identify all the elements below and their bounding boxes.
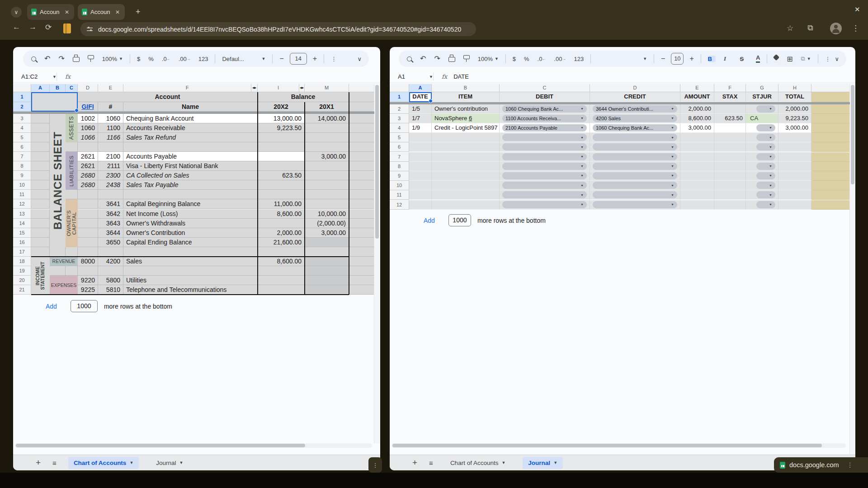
credit-dropdown[interactable]: ▼: [593, 182, 677, 189]
fill-handle[interactable]: [429, 99, 433, 103]
search-icon[interactable]: [31, 56, 36, 61]
cell[interactable]: [349, 238, 374, 247]
account-name-cell[interactable]: Accounts Receivable: [123, 123, 258, 133]
cell[interactable]: [50, 247, 66, 257]
cell[interactable]: [31, 199, 50, 209]
balance-20x1-cell[interactable]: [305, 247, 349, 257]
corner-header[interactable]: [390, 84, 409, 92]
row-header[interactable]: 5: [390, 133, 409, 142]
item-cell[interactable]: [432, 133, 500, 142]
name-box[interactable]: A1▼: [390, 73, 433, 80]
balance-20x1-cell[interactable]: 14,000.00: [305, 114, 349, 123]
amount-cell[interactable]: 8,600.00: [680, 114, 714, 123]
font-size-input[interactable]: 10: [671, 53, 684, 65]
stjur-cell[interactable]: ▼: [746, 181, 778, 190]
debit-dropdown[interactable]: ▼: [502, 143, 587, 150]
balance-20x1-cell[interactable]: [305, 142, 349, 152]
column-header[interactable]: B: [432, 84, 500, 92]
stax-cell[interactable]: [714, 123, 746, 133]
account-number-cell[interactable]: [98, 190, 123, 199]
balance-20x1-cell[interactable]: [305, 257, 349, 266]
credit-dropdown[interactable]: ▼: [593, 163, 677, 170]
cell[interactable]: [31, 114, 50, 123]
row-header[interactable]: 10: [13, 180, 31, 190]
account-name-cell[interactable]: Sales Tax Refund: [123, 133, 258, 142]
year2-header-cell[interactable]: 20X2: [258, 102, 305, 112]
credit-cell[interactable]: ▼: [590, 142, 680, 152]
debit-cell[interactable]: ▼: [500, 133, 590, 142]
sheet-tab-chart-of-accounts[interactable]: Chart of Accounts▼: [68, 457, 139, 469]
stjur-cell[interactable]: ▼: [746, 142, 778, 152]
balance-20x2-cell[interactable]: [258, 161, 305, 171]
redo-icon[interactable]: ↷: [434, 55, 440, 62]
merge-cells-button[interactable]: ⧉ ▼: [801, 55, 811, 62]
gifi-cell[interactable]: 1066: [78, 133, 98, 142]
all-sheets-icon[interactable]: ≡: [429, 459, 433, 467]
debit-dropdown[interactable]: ▼: [502, 201, 587, 208]
cell[interactable]: [811, 114, 850, 123]
print-icon[interactable]: [448, 57, 455, 62]
cell[interactable]: [66, 247, 78, 257]
row-header[interactable]: 1: [390, 92, 409, 102]
amount-cell[interactable]: [680, 181, 714, 190]
section-label-assets[interactable]: ASSETS: [66, 114, 78, 142]
account-name-cell[interactable]: [123, 190, 258, 199]
stjur-cell[interactable]: CA: [746, 114, 778, 123]
balance-20x2-cell[interactable]: [258, 219, 305, 228]
cell[interactable]: [349, 219, 374, 228]
borders-button[interactable]: ⊞: [787, 55, 793, 63]
credit-dropdown[interactable]: ▼: [593, 134, 677, 141]
balance-20x1-cell[interactable]: [305, 238, 349, 247]
item-cell[interactable]: [432, 152, 500, 162]
row-header[interactable]: 12: [390, 200, 409, 210]
percent-format-button[interactable]: %: [148, 56, 154, 62]
name-header-cell[interactable]: Name: [123, 102, 258, 112]
toolbar-more-icon[interactable]: ⋮: [331, 56, 337, 62]
horizontal-scrollbar[interactable]: [15, 443, 372, 448]
debit-cell[interactable]: 1100 Accounts Receiva...▼: [500, 114, 590, 123]
account-number-cell[interactable]: [98, 247, 123, 257]
column-header[interactable]: F: [714, 84, 746, 92]
fill-color-button[interactable]: [774, 55, 778, 63]
account-name-cell[interactable]: Utilities: [123, 276, 258, 285]
site-settings-icon[interactable]: [87, 27, 93, 32]
decrease-decimals-button[interactable]: .0←: [162, 56, 170, 62]
row-header[interactable]: 11: [13, 190, 31, 199]
cell[interactable]: [31, 228, 50, 238]
column-header[interactable]: B: [50, 84, 66, 92]
stjur-dropdown[interactable]: ▼: [756, 201, 775, 208]
date-cell[interactable]: 1/5: [409, 104, 432, 114]
row-header[interactable]: 13: [13, 209, 31, 219]
formula-input[interactable]: DATE: [453, 73, 469, 80]
column-header[interactable]: M: [305, 84, 349, 92]
stjur-dropdown[interactable]: ▼: [756, 124, 775, 131]
add-rows-button[interactable]: Add: [424, 217, 435, 224]
italic-button[interactable]: I: [724, 55, 731, 62]
account-number-cell[interactable]: 5810: [98, 285, 123, 295]
account-name-cell[interactable]: Capital Beginning Balance: [123, 199, 258, 209]
item-cell[interactable]: Credit - LogicPoint 5897: [432, 123, 500, 133]
cell[interactable]: [31, 209, 50, 219]
gifi-cell[interactable]: [78, 266, 98, 276]
undo-icon[interactable]: ↶: [420, 55, 426, 62]
sheet-tab-journal[interactable]: Journal▼: [523, 457, 563, 469]
increase-decimals-button[interactable]: .00→: [179, 56, 190, 62]
balance-20x2-cell[interactable]: [258, 152, 305, 161]
stjur-dropdown[interactable]: ▼: [756, 172, 775, 179]
gifi-cell[interactable]: [78, 247, 98, 257]
window-edge-menu[interactable]: ⋮: [368, 457, 382, 473]
stjur-dropdown[interactable]: ▼: [756, 153, 775, 160]
cell[interactable]: [349, 180, 374, 190]
balance-20x2-cell[interactable]: 21,600.00: [258, 238, 305, 247]
toolbar-more-icon[interactable]: ⋮: [825, 56, 831, 62]
gifi-cell[interactable]: 2680: [78, 180, 98, 190]
balance-20x1-cell[interactable]: (2,000.00): [305, 219, 349, 228]
bold-button[interactable]: B: [708, 56, 716, 62]
balance-20x2-cell[interactable]: 11,000.00: [258, 199, 305, 209]
cell[interactable]: [349, 247, 374, 257]
paint-format-icon[interactable]: [463, 55, 470, 59]
print-icon[interactable]: [73, 57, 80, 62]
extension-icon[interactable]: [63, 23, 71, 33]
credit-cell[interactable]: 3644 Owner's Contributi...▼: [590, 104, 680, 114]
item-cell[interactable]: [432, 181, 500, 190]
